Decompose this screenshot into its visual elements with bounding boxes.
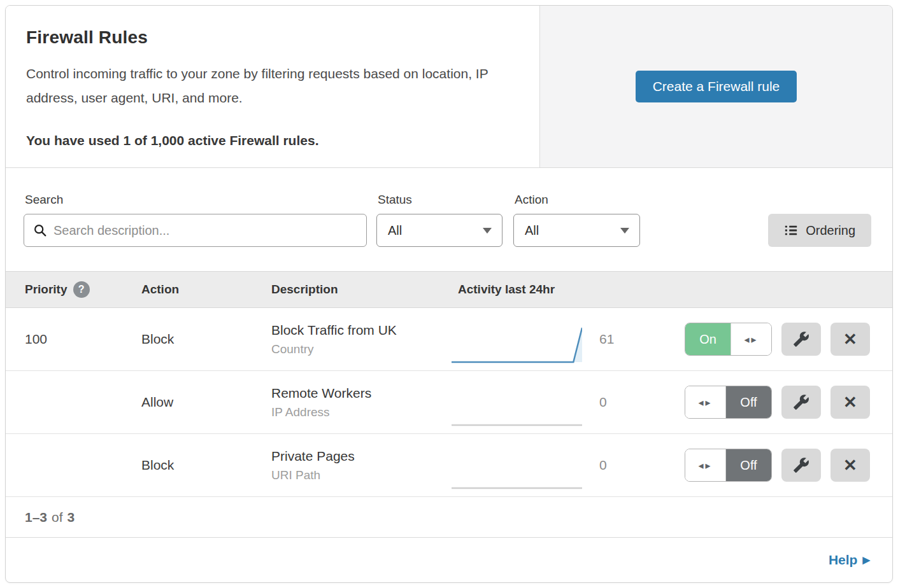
toggle-state-label: Off	[726, 449, 771, 481]
question-mark-icon[interactable]: ?	[73, 281, 90, 298]
activity-count: 0	[588, 458, 678, 473]
create-firewall-rule-button[interactable]: Create a Firewall rule	[636, 71, 797, 102]
page-header: Firewall Rules Control incoming traffic …	[6, 6, 892, 168]
wrench-icon	[793, 457, 809, 473]
close-icon: ✕	[843, 456, 857, 475]
status-label: Status	[376, 193, 502, 207]
page-title: Firewall Rules	[26, 27, 514, 48]
action-value: Block	[141, 332, 271, 347]
column-header-action: Action	[141, 283, 271, 297]
search-input[interactable]	[53, 223, 357, 238]
pagination-total: 3	[68, 510, 75, 525]
table-row: 100 Block Block Traffic from UK Country …	[6, 308, 892, 371]
arrow-right-icon: ▶	[862, 554, 870, 566]
pagination-range: 1–3	[25, 510, 47, 525]
priority-value: 100	[25, 332, 141, 347]
rule-match-type: Country	[271, 342, 452, 356]
status-field-group: Status All	[376, 193, 502, 247]
rule-name: Block Traffic from UK	[271, 323, 452, 338]
rule-description: Private Pages URI Path	[271, 449, 452, 482]
ordering-button-label: Ordering	[806, 223, 855, 238]
search-box	[24, 214, 367, 247]
pagination-of: of	[52, 510, 63, 525]
page-description: Control incoming traffic to your zone by…	[26, 62, 514, 110]
rule-match-type: URI Path	[271, 468, 452, 482]
rule-enabled-toggle[interactable]: Off ◂▸	[685, 449, 772, 482]
toggle-state-label: On	[685, 323, 731, 355]
help-link[interactable]: Help ▶	[829, 552, 870, 568]
edit-rule-button[interactable]	[781, 449, 821, 482]
action-value: Allow	[141, 395, 271, 410]
table-row: Allow Remote Workers IP Address 0 Off ◂▸	[6, 371, 892, 434]
activity-sparkline	[452, 378, 588, 426]
rule-enabled-toggle[interactable]: On ◂▸	[685, 323, 772, 356]
row-controls: On ◂▸ ✕	[678, 323, 870, 356]
table-row: Block Private Pages URI Path 0 Off ◂▸	[6, 434, 892, 497]
delete-rule-button[interactable]: ✕	[830, 449, 870, 482]
help-bar: Help ▶	[6, 537, 892, 582]
column-header-priority: Priority ?	[25, 281, 141, 298]
intro-panel: Firewall Rules Control incoming traffic …	[6, 6, 539, 167]
help-link-label: Help	[829, 552, 858, 568]
activity-count: 61	[588, 332, 678, 347]
action-label: Action	[513, 193, 640, 207]
table-header: Priority ? Action Description Activity l…	[6, 271, 892, 308]
status-select[interactable]: All	[376, 214, 502, 247]
status-selected-value: All	[388, 223, 402, 238]
firewall-rules-card: Firewall Rules Control incoming traffic …	[5, 5, 893, 583]
drag-handle-icon[interactable]: ◂▸	[685, 386, 726, 418]
row-controls: Off ◂▸ ✕	[678, 386, 870, 419]
edit-rule-button[interactable]	[781, 386, 821, 419]
column-header-description: Description	[271, 283, 452, 297]
chevron-down-icon	[620, 228, 629, 234]
activity-sparkline	[452, 441, 588, 489]
filter-bar: Search Status All Action All	[6, 168, 892, 271]
close-icon: ✕	[843, 330, 857, 349]
ordering-button[interactable]: Ordering	[768, 214, 871, 247]
delete-rule-button[interactable]: ✕	[830, 386, 870, 419]
column-header-activity: Activity last 24hr	[452, 283, 588, 297]
search-icon	[33, 223, 53, 237]
activity-count: 0	[588, 395, 678, 410]
wrench-icon	[793, 331, 809, 347]
cta-panel: Create a Firewall rule	[539, 6, 892, 167]
rule-match-type: IP Address	[271, 405, 452, 419]
action-field-group: Action All	[513, 193, 640, 247]
rule-description: Remote Workers IP Address	[271, 386, 452, 419]
ordered-list-icon	[784, 223, 798, 237]
close-icon: ✕	[843, 393, 857, 412]
search-field-group: Search	[24, 193, 367, 247]
delete-rule-button[interactable]: ✕	[830, 323, 870, 356]
activity-sparkline	[452, 315, 588, 363]
drag-handle-icon[interactable]: ◂▸	[685, 449, 726, 481]
rule-name: Remote Workers	[271, 386, 452, 401]
action-selected-value: All	[525, 223, 539, 238]
action-value: Block	[141, 458, 271, 473]
row-controls: Off ◂▸ ✕	[678, 449, 870, 482]
wrench-icon	[793, 394, 809, 410]
search-label: Search	[24, 193, 367, 207]
rule-description: Block Traffic from UK Country	[271, 323, 452, 356]
rule-name: Private Pages	[271, 449, 452, 464]
edit-rule-button[interactable]	[781, 323, 821, 356]
action-select[interactable]: All	[513, 214, 640, 247]
chevron-down-icon	[483, 228, 492, 234]
rule-enabled-toggle[interactable]: Off ◂▸	[685, 386, 772, 419]
toggle-state-label: Off	[726, 386, 771, 418]
usage-summary: You have used 1 of 1,000 active Firewall…	[26, 133, 514, 148]
pagination-bar: 1–3 of 3	[6, 497, 892, 537]
drag-handle-icon[interactable]: ◂▸	[731, 323, 771, 355]
